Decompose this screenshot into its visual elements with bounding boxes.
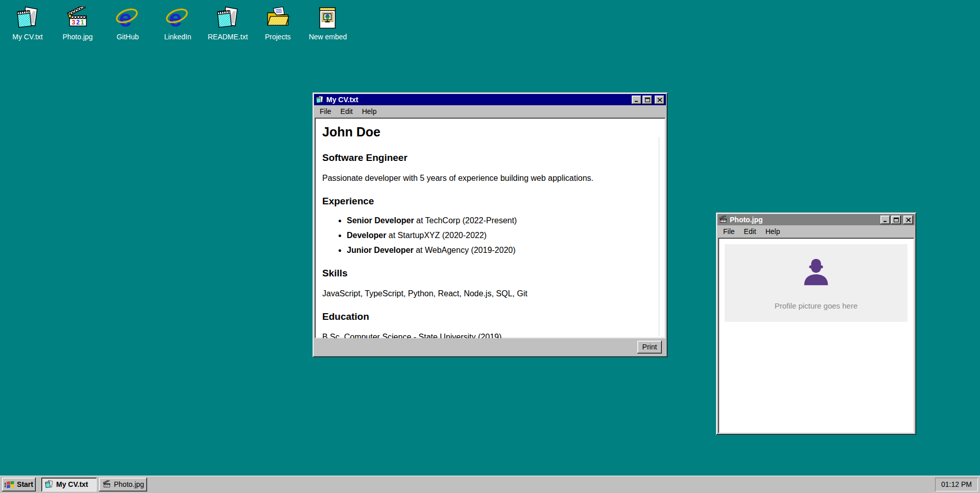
notepad-icon [16, 6, 39, 30]
svg-text:1: 1 [81, 19, 84, 26]
maximize-button[interactable] [891, 216, 901, 224]
close-icon [906, 218, 911, 222]
windows-logo-icon [5, 480, 15, 489]
menu-help[interactable]: Help [357, 106, 381, 116]
desktop-icon-github[interactable]: e GitHub [106, 6, 149, 41]
icon-label: Photo.jpg [62, 33, 92, 41]
desktop-icon-photo[interactable]: 3 2 1 Photo.jpg [56, 6, 99, 41]
cv-education: B.Sc. Computer Science - State Universit… [322, 333, 652, 338]
desktop-icon-projects[interactable]: Projects [256, 6, 299, 41]
print-button[interactable]: Print [637, 341, 662, 354]
clapperboard-icon: 3 2 1 [66, 6, 89, 30]
start-button[interactable]: Start [2, 478, 36, 491]
clock-text: 01:12 PM [941, 480, 972, 488]
minimize-button[interactable] [880, 216, 890, 224]
icon-label: New embed [309, 33, 347, 41]
minimize-icon [883, 218, 888, 222]
svg-text:1: 1 [725, 220, 726, 223]
taskbar: Start My CV.txt 3 2 1 Photo.jpg [0, 476, 980, 493]
close-button[interactable] [903, 216, 913, 224]
placeholder-text: Profile picture goes here [775, 301, 858, 310]
experience-item: Senior Developer at TechCorp (2022-Prese… [347, 216, 652, 225]
desktop: My CV.txt 3 2 1 Photo.jpg e [0, 0, 980, 493]
experience-item: Developer at StartupXYZ (2020-2022) [347, 231, 652, 240]
task-label: My CV.txt [56, 480, 88, 488]
photo-window-menubar: File Edit Help [718, 225, 915, 238]
system-tray-clock[interactable]: 01:12 PM [935, 478, 978, 491]
cv-experience-list: Senior Developer at TechCorp (2022-Prese… [322, 216, 652, 255]
clapperboard-icon: 3 2 1 [103, 480, 111, 488]
experience-item: Junior Developer at WebAgency (2019-2020… [347, 246, 652, 255]
photo-window-titlebar[interactable]: 3 2 1 Photo.jpg [718, 214, 915, 225]
svg-text:2: 2 [106, 484, 108, 487]
open-folder-icon [266, 6, 290, 30]
desktop-icon-my-cv[interactable]: My CV.txt [6, 6, 49, 41]
photo-window-controls [880, 216, 913, 224]
menu-file[interactable]: File [719, 226, 739, 237]
svg-text:1: 1 [108, 484, 110, 487]
icon-label: README.txt [208, 33, 248, 41]
cv-window-titlebar[interactable]: My CV.txt [314, 94, 666, 105]
desktop-icon-new-embed[interactable]: New embed [306, 6, 349, 41]
menu-file[interactable]: File [315, 106, 336, 116]
close-button[interactable] [655, 96, 664, 104]
maximize-icon [645, 98, 650, 102]
icon-label: Projects [265, 33, 291, 41]
cv-education-heading: Education [322, 311, 652, 322]
svg-text:3: 3 [72, 19, 76, 26]
menu-edit[interactable]: Edit [739, 226, 761, 237]
notepad-icon [216, 6, 240, 30]
cv-role-heading: Software Engineer [322, 152, 652, 163]
maximize-button[interactable] [642, 96, 652, 104]
icon-label: GitHub [116, 33, 139, 41]
icon-label: My CV.txt [12, 33, 42, 41]
taskbar-item-my-cv[interactable]: My CV.txt [41, 478, 97, 491]
cv-window: My CV.txt File Edit Help John Doe Softwa… [313, 92, 667, 357]
cv-name-heading: John Doe [322, 125, 652, 139]
internet-explorer-icon: e [166, 6, 189, 30]
svg-text:2: 2 [76, 19, 80, 26]
close-icon [657, 98, 662, 102]
notepad-icon [316, 96, 324, 104]
minimize-icon [634, 98, 639, 102]
maximize-icon [894, 218, 899, 222]
notepad-icon [45, 480, 53, 488]
cv-skills: JavaScript, TypeScript, Python, React, N… [322, 289, 652, 298]
desktop-icon-linkedin[interactable]: e LinkedIn [156, 6, 199, 41]
minimize-button[interactable] [632, 96, 641, 104]
cv-summary: Passionate developer with 5 years of exp… [322, 174, 652, 183]
taskbar-item-photo[interactable]: 3 2 1 Photo.jpg [99, 478, 147, 491]
cv-window-title: My CV.txt [326, 96, 629, 104]
start-label: Start [17, 480, 33, 488]
svg-text:3: 3 [105, 484, 106, 487]
icon-label: LinkedIn [164, 33, 192, 41]
task-label: Photo.jpg [114, 480, 144, 488]
cv-window-menubar: File Edit Help [314, 105, 666, 118]
cv-window-statusbar: Print [314, 338, 666, 356]
cv-window-controls [632, 96, 664, 104]
embed-document-icon [316, 6, 340, 30]
cv-experience-heading: Experience [322, 196, 652, 207]
menu-edit[interactable]: Edit [336, 106, 357, 116]
desktop-icon-readme[interactable]: README.txt [206, 6, 249, 41]
scrollbar-track [659, 137, 659, 336]
svg-text:3: 3 [721, 220, 723, 223]
photo-window: 3 2 1 Photo.jpg File Edit Help [716, 213, 916, 435]
clapperboard-icon: 3 2 1 [719, 216, 727, 224]
photo-window-title: Photo.jpg [730, 216, 878, 224]
svg-text:2: 2 [723, 220, 724, 223]
cv-skills-heading: Skills [322, 268, 652, 279]
menu-help[interactable]: Help [761, 226, 785, 237]
photo-viewer-area: Profile picture goes here [718, 238, 914, 433]
internet-explorer-icon: e [116, 6, 139, 30]
cv-document: John Doe Software Engineer Passionate de… [315, 118, 665, 338]
profile-picture-placeholder: Profile picture goes here [725, 244, 907, 322]
desktop-icon-grid: My CV.txt 3 2 1 Photo.jpg e [6, 6, 349, 41]
person-silhouette-icon [800, 256, 832, 288]
